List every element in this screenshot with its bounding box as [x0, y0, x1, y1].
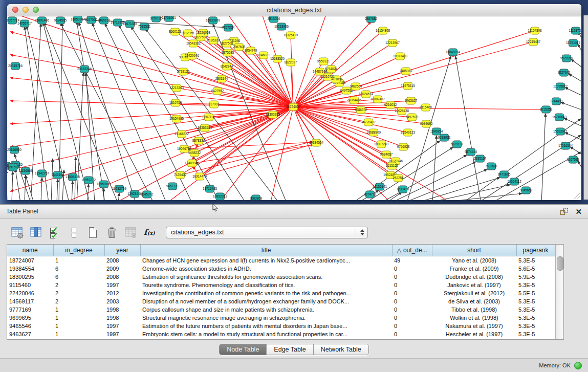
graph-edge[interactable]	[180, 141, 313, 175]
graph-edge[interactable]	[118, 193, 119, 200]
graph-node[interactable]: 10654112	[507, 178, 521, 185]
table-cell[interactable]: 1	[53, 330, 104, 338]
graph-edge[interactable]	[293, 72, 320, 107]
table-row[interactable]: 946362711997Embryonic stem cells: a mode…	[7, 330, 555, 338]
graph-node[interactable]: 11731061	[162, 16, 176, 21]
graph-edge[interactable]	[26, 176, 34, 200]
graph-node[interactable]: 9827508	[221, 40, 233, 47]
minimize-window-button[interactable]	[23, 7, 29, 13]
graph-edge[interactable]	[72, 181, 73, 200]
table-cell[interactable]: de Silva et al. (2003)	[432, 297, 516, 305]
graph-node[interactable]: 25166950	[7, 146, 21, 154]
graph-node[interactable]: 15688520	[270, 55, 285, 62]
graph-node[interactable]: 19716485	[203, 185, 217, 192]
table-cell[interactable]: Genome-wide association studies in ADHD.	[140, 265, 392, 273]
graph-edge[interactable]	[15, 169, 20, 200]
graph-node[interactable]: 7515521	[138, 23, 151, 30]
table-cell[interactable]: 0	[392, 322, 432, 330]
graph-node[interactable]: 1527002	[85, 16, 98, 24]
float-panel-icon[interactable]	[560, 208, 568, 215]
table-cell[interactable]: 1	[53, 256, 104, 265]
table-cell[interactable]: Nakamura et al. (1997)	[432, 322, 516, 330]
graph-edge[interactable]	[185, 57, 293, 107]
graph-node[interactable]: 9558121	[317, 58, 330, 65]
table-cell[interactable]: 2008	[104, 273, 140, 281]
graph-node[interactable]: 16543382	[186, 40, 201, 47]
column-header-in_degree[interactable]: in_degree	[53, 245, 104, 256]
table-cell[interactable]: 1998	[104, 305, 140, 314]
table-cell[interactable]: 5.3E-5	[516, 322, 555, 330]
graph-edge[interactable]	[192, 56, 293, 107]
graph-edge[interactable]	[407, 56, 451, 200]
graph-node[interactable]: 9498222	[188, 149, 201, 157]
graph-node[interactable]: 8391593	[7, 164, 19, 171]
graph-node[interactable]: 1615152	[386, 162, 399, 169]
table-cell[interactable]: Tourette syndrome. Phenomenology and cla…	[140, 281, 392, 289]
table-row[interactable]: 977716911998Corpus callosum shape and si…	[7, 305, 555, 314]
column-header-out_de[interactable]: △ out_de...	[392, 245, 432, 256]
table-cell[interactable]: 5.3E-5	[516, 297, 555, 305]
graph-node[interactable]: 917003	[208, 101, 220, 108]
graph-edge[interactable]	[570, 147, 581, 155]
table-cell[interactable]: 1997	[104, 330, 140, 338]
graph-node[interactable]: 9699695	[420, 120, 433, 127]
graph-node[interactable]: 9474444	[465, 148, 477, 156]
graph-node[interactable]: 8822037	[285, 59, 297, 66]
graph-node[interactable]: 10025438	[395, 107, 409, 115]
table-cell[interactable]: 18300295	[7, 273, 53, 281]
graph-node[interactable]: 14055717	[17, 20, 32, 27]
table-cell[interactable]: 1997	[104, 281, 140, 289]
table-cell[interactable]: Embryonic stem cells: a model to study s…	[140, 330, 392, 338]
table-cell[interactable]: 9699695	[7, 314, 53, 322]
table-row[interactable]: 2242004622012Investigating the contribut…	[7, 289, 555, 297]
select-all-button[interactable]	[48, 226, 61, 239]
graph-node[interactable]: 18325419	[284, 32, 298, 39]
graph-edge[interactable]	[404, 169, 487, 200]
table-cell[interactable]: 19384554	[7, 265, 53, 273]
table-cell[interactable]: Franke et al. (2009)	[432, 265, 516, 273]
table-cell[interactable]: 9463627	[7, 330, 53, 338]
table-options-button[interactable]	[10, 226, 24, 239]
table-row[interactable]: 946554611997Estimation of the future num…	[7, 322, 555, 330]
table-row[interactable]: 1456911722003Disruption of a novel membe…	[7, 297, 555, 305]
table-cell[interactable]: 5.3E-5	[516, 305, 555, 314]
graph-edge[interactable]	[455, 56, 481, 200]
graph-edge[interactable]	[564, 118, 581, 126]
graph-node[interactable]: 9338923	[438, 134, 451, 141]
graph-node[interactable]: 12409948	[185, 160, 200, 167]
graph-node[interactable]: 7632621	[485, 163, 498, 170]
graph-node[interactable]: 19218986	[274, 23, 289, 30]
graph-node[interactable]: 12213363	[169, 84, 184, 92]
column-header-short[interactable]: short	[432, 245, 516, 256]
table-cell[interactable]: 2	[53, 297, 104, 305]
graph-edge[interactable]	[92, 23, 166, 200]
table-cell[interactable]: 0	[392, 305, 432, 314]
table-cell[interactable]: 9465546	[7, 322, 53, 330]
graph-node[interactable]: 20315706	[8, 62, 23, 70]
graph-edge[interactable]	[366, 147, 453, 200]
table-cell[interactable]: Tibbo et al. (1998)	[432, 305, 516, 314]
graph-node[interactable]: 8466161	[98, 17, 111, 24]
table-cell[interactable]: Yano et al. (2008)	[432, 256, 516, 265]
table-scrollbar-thumb[interactable]	[557, 256, 563, 271]
graph-node[interactable]: 10688809	[366, 129, 381, 136]
table-cell[interactable]: 1	[53, 322, 104, 330]
graph-edge[interactable]	[561, 102, 581, 110]
graph-node[interactable]: 9684067	[380, 151, 393, 158]
graph-node[interactable]: 12923446	[127, 190, 142, 198]
graph-node[interactable]: 16154808	[376, 27, 390, 34]
table-cell[interactable]: 5.5E-5	[516, 289, 555, 297]
tab-edge-table[interactable]: Edge Table	[267, 344, 313, 355]
graph-node[interactable]: 11154808	[528, 27, 542, 34]
graph-node[interactable]: 6497579	[406, 114, 419, 121]
table-cell[interactable]: Jankovic et al. (1997)	[432, 281, 516, 289]
graph-node[interactable]: 10958167	[97, 181, 112, 188]
table-cell[interactable]: Wolkin et al. (1998)	[432, 314, 516, 322]
column-header-title[interactable]: title	[140, 245, 392, 256]
table-cell[interactable]: 1997	[104, 322, 140, 330]
table-cell[interactable]: Dudbridge et al. (2008)	[432, 273, 516, 281]
graph-node[interactable]: 8912955	[182, 30, 194, 37]
tab-node-table[interactable]: Node Table	[220, 344, 267, 355]
table-cell[interactable]: 0	[392, 289, 432, 297]
graph-node[interactable]: 17957272	[81, 177, 96, 184]
